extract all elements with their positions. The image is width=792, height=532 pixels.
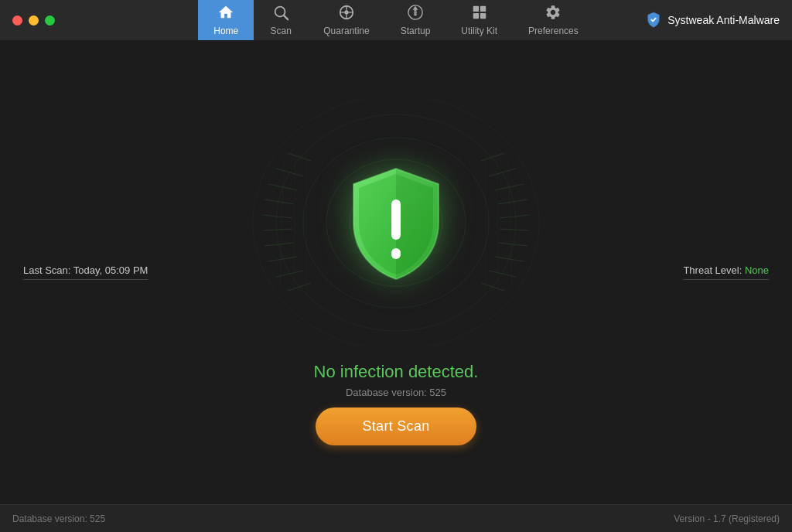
nav-item-preferences[interactable]: Preferences: [513, 0, 594, 40]
svg-line-28: [294, 152, 295, 292]
nav-item-home[interactable]: Home: [198, 0, 254, 40]
startup-icon: [407, 4, 424, 23]
last-scan-label: Last Scan:: [23, 264, 70, 276]
svg-line-42: [485, 149, 486, 294]
svg-line-27: [280, 157, 284, 288]
threat-level-divider: [683, 279, 769, 280]
nav-item-scan[interactable]: Scan: [254, 0, 308, 40]
svg-line-17: [288, 153, 311, 161]
svg-rect-43: [391, 200, 401, 240]
nav-item-startup[interactable]: Startup: [385, 0, 446, 40]
svg-line-36: [498, 243, 527, 246]
nav-item-quarantine[interactable]: Quarantine: [308, 0, 384, 40]
nav-label-quarantine: Quarantine: [323, 26, 369, 36]
svg-line-23: [265, 243, 294, 246]
nav-label-preferences: Preferences: [528, 26, 579, 36]
svg-line-32: [495, 184, 524, 190]
quarantine-icon: [338, 4, 355, 23]
svg-line-31: [489, 169, 516, 176]
threat-level-label: Threat Level:: [683, 264, 742, 276]
svg-line-20: [265, 200, 294, 204]
svg-line-33: [498, 200, 527, 204]
nav-label-startup: Startup: [401, 26, 431, 36]
utility-kit-icon: [471, 4, 488, 23]
titlebar: Home Scan: [0, 0, 792, 40]
footer-db-text: Database version: 525: [12, 513, 105, 524]
main-content: Last Scan: Today, 05:09 PM Threat Level:…: [0, 40, 792, 504]
svg-line-34: [500, 215, 529, 218]
svg-line-35: [500, 229, 529, 230]
nav-label-home: Home: [213, 26, 238, 36]
svg-point-3: [344, 10, 349, 15]
svg-line-30: [481, 153, 504, 161]
footer-version-text: Version - 1.7 (Registered): [674, 513, 780, 524]
radar-container: [241, 99, 551, 346]
threat-level-info: Threat Level: None: [683, 264, 769, 280]
status-section: No infection detected. Database version:…: [314, 362, 479, 398]
brand: Systweak Anti-Malware: [646, 12, 780, 29]
svg-line-18: [276, 169, 303, 176]
shield-icon: [346, 165, 446, 281]
threat-level-value: None: [745, 264, 769, 276]
nav-item-utility-kit[interactable]: Utility Kit: [446, 0, 513, 40]
last-scan-divider: [23, 279, 148, 280]
svg-line-41: [497, 152, 498, 292]
status-sub-text: Database version: 525: [314, 387, 479, 398]
nav-label-utility-kit: Utility Kit: [461, 26, 497, 36]
svg-rect-9: [480, 6, 486, 12]
scan-icon: [272, 4, 289, 23]
svg-line-29: [306, 149, 307, 294]
svg-line-19: [268, 184, 297, 190]
svg-line-40: [508, 157, 512, 288]
preferences-icon: [544, 4, 562, 23]
home-icon: [217, 4, 234, 23]
brand-shield-icon: [646, 12, 661, 29]
shield-container: [346, 165, 446, 281]
svg-line-1: [284, 15, 288, 19]
svg-line-39: [481, 283, 504, 291]
db-version: 525: [429, 387, 446, 398]
svg-line-26: [288, 283, 311, 291]
db-label: Database version:: [346, 387, 427, 398]
svg-line-22: [263, 229, 292, 230]
last-scan-info: Last Scan: Today, 05:09 PM: [23, 264, 148, 280]
svg-rect-10: [473, 13, 478, 19]
brand-title: Systweak Anti-Malware: [667, 14, 780, 26]
svg-rect-44: [391, 248, 401, 259]
nav-label-scan: Scan: [271, 26, 292, 36]
footer: Database version: 525 Version - 1.7 (Reg…: [0, 504, 792, 532]
svg-line-21: [263, 215, 292, 218]
svg-rect-8: [473, 6, 478, 12]
last-scan-value: Today, 05:09 PM: [73, 264, 148, 276]
start-scan-button[interactable]: Start Scan: [316, 408, 476, 445]
svg-rect-11: [480, 13, 486, 19]
status-main-text: No infection detected.: [314, 362, 479, 382]
